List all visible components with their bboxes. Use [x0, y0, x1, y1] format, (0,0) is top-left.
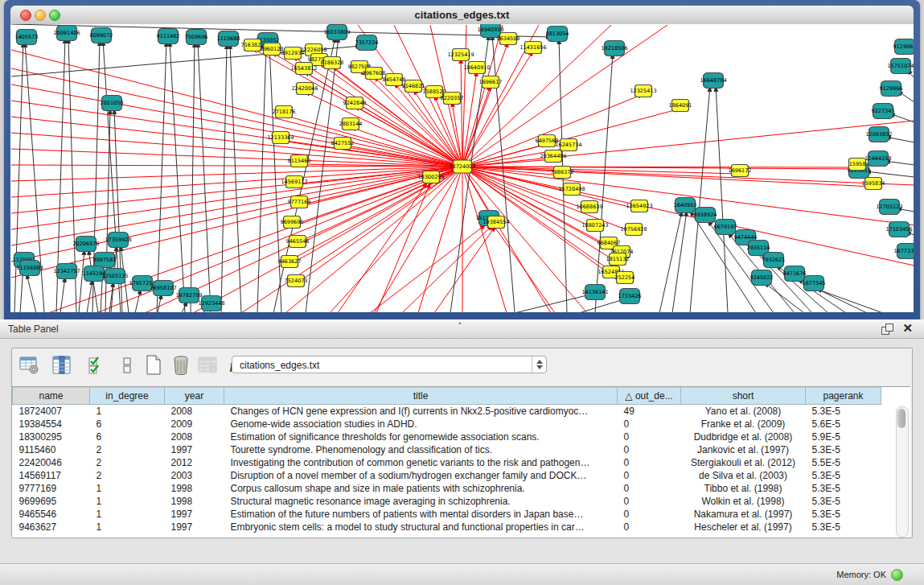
cell-title[interactable]: Changes of HCN gene expression and I(f) …: [224, 405, 618, 418]
cell-in_degree[interactable]: 1: [90, 508, 165, 521]
graph-node[interactable]: 8960128: [261, 43, 284, 56]
cell-out_de[interactable]: 0: [618, 431, 681, 443]
graph-node[interactable]: 8186328: [321, 57, 344, 69]
network-canvas[interactable]: 1405573200914068099072911146275096961115…: [10, 24, 914, 312]
column-header-short[interactable]: short: [681, 388, 806, 405]
graph-node[interactable]: 6679197: [714, 220, 737, 235]
graph-node[interactable]: 8220357: [441, 93, 464, 105]
graph-node[interactable]: 22420046: [291, 83, 318, 95]
cell-short[interactable]: Stergiakouli et al. (2012): [681, 456, 806, 469]
graph-node[interactable]: 8938924: [694, 208, 717, 223]
graph-node[interactable]: 12923448: [198, 296, 224, 311]
citation-graph[interactable]: 1405573200914068099072911146275096961115…: [10, 24, 914, 312]
cell-year[interactable]: 1997: [165, 443, 224, 456]
cell-name[interactable]: 9465546: [13, 508, 90, 521]
cell-pagerank[interactable]: 5.3E-5: [806, 508, 881, 521]
graph-node[interactable]: 1815132: [606, 253, 630, 266]
table-row[interactable]: 969969511998Structural magnetic resonanc…: [13, 495, 881, 508]
graph-node[interactable]: 12093832: [865, 127, 892, 142]
graph-node[interactable]: 1864091: [669, 100, 692, 112]
cell-short[interactable]: Wolkin et al. (1998): [681, 495, 806, 508]
graph-node[interactable]: 1405573: [15, 30, 39, 45]
window-titlebar[interactable]: citations_edges.txt: [10, 6, 914, 25]
cell-out_de[interactable]: 0: [618, 521, 681, 534]
graph-node[interactable]: 14136141: [581, 285, 608, 300]
cell-year[interactable]: 2009: [165, 418, 224, 431]
graph-node[interactable]: 9242848: [343, 97, 367, 109]
graph-node[interactable]: 8471676: [783, 266, 807, 282]
clear-selection-icon[interactable]: [117, 354, 139, 377]
splitter-grip-icon[interactable]: ▴: [458, 320, 465, 324]
column-header-in_degree[interactable]: in_degree: [90, 388, 165, 405]
graph-node[interactable]: 1677345: [803, 276, 826, 291]
graph-node[interactable]: 9129967: [893, 39, 914, 55]
cell-pagerank[interactable]: 5.3E-5: [806, 405, 881, 418]
graph-node[interactable]: 7932621: [762, 253, 786, 268]
cell-year[interactable]: 1997: [165, 508, 224, 521]
select-all-icon[interactable]: [86, 354, 109, 377]
cell-name[interactable]: 18724007: [13, 405, 90, 418]
graph-node[interactable]: 2051050: [101, 96, 124, 111]
cell-year[interactable]: 1998: [165, 482, 224, 495]
cell-pagerank[interactable]: 5.5E-5: [806, 456, 881, 469]
graph-node[interactable]: 1640953: [674, 198, 697, 213]
cell-short[interactable]: Hescheler et al. (1997): [681, 521, 806, 534]
cell-out_de[interactable]: 0: [618, 482, 681, 495]
cell-pagerank[interactable]: 5.3E-5: [806, 443, 881, 456]
graph-node[interactable]: 7509696: [185, 30, 208, 45]
column-header-out_de[interactable]: △ out_de...: [618, 388, 681, 405]
graph-node[interactable]: 1115688: [217, 31, 240, 47]
cell-name[interactable]: 18300295: [13, 431, 90, 443]
graph-node[interactable]: 9465546: [286, 236, 310, 248]
cell-name[interactable]: 9699695: [13, 495, 90, 508]
cell-name[interactable]: 9115460: [13, 443, 90, 456]
cell-short[interactable]: Tibbo et al. (1998): [681, 482, 806, 495]
graph-node[interactable]: 18724007: [449, 160, 475, 173]
cell-title[interactable]: Estimation of significance thresholds fo…: [224, 431, 618, 443]
cell-year[interactable]: 2008: [165, 405, 224, 418]
cell-short[interactable]: Jankovic et al. (1997): [681, 443, 806, 456]
cell-pagerank[interactable]: 5.3E-5: [806, 469, 881, 482]
cell-title[interactable]: Corpus callosum shape and size in male p…: [224, 482, 618, 495]
graph-node[interactable]: 12444158: [864, 151, 891, 167]
graph-node[interactable]: 9111462: [157, 29, 180, 44]
cell-year[interactable]: 1998: [165, 495, 224, 508]
cell-name[interactable]: 14569117: [13, 469, 90, 482]
cell-year[interactable]: 2012: [165, 456, 224, 469]
cell-in_degree[interactable]: 1: [90, 482, 165, 495]
graph-node[interactable]: 20206576: [72, 237, 99, 252]
graph-node[interactable]: 1696172: [729, 165, 752, 177]
cell-in_degree[interactable]: 6: [90, 431, 165, 443]
graph-node[interactable]: 252254: [615, 272, 635, 284]
graph-node[interactable]: 8427552: [331, 138, 355, 150]
graph-node[interactable]: 12325413: [630, 85, 656, 97]
graph-node[interactable]: 18640910: [463, 62, 490, 74]
graph-node[interactable]: 19218506: [601, 41, 627, 56]
trash-icon[interactable]: [170, 354, 192, 377]
table-row[interactable]: 946362711997Embryonic stem cells: a mode…: [13, 521, 881, 534]
cell-title[interactable]: Genome-wide association studies in ADHD.: [224, 418, 618, 431]
graph-node[interactable]: 15958: [849, 159, 866, 171]
table-row[interactable]: 946554611997Estimation of the future num…: [13, 508, 881, 521]
graph-node[interactable]: 16773345: [893, 244, 914, 259]
memory-status-indicator-icon[interactable]: [891, 569, 903, 581]
cell-title[interactable]: Tourette syndrome. Phenomenology and cla…: [224, 443, 618, 456]
graph-node[interactable]: 15751074: [887, 59, 914, 74]
cell-out_de[interactable]: 49: [618, 405, 681, 418]
graph-node[interactable]: 12342757: [53, 264, 80, 279]
cell-short[interactable]: de Silva et al. (2003): [681, 469, 806, 482]
graph-node[interactable]: 17359928: [105, 233, 131, 248]
cell-pagerank[interactable]: 5.3E-5: [806, 495, 881, 508]
new-file-icon[interactable]: [142, 354, 165, 377]
node-table[interactable]: namein_degreeyeartitle△ out_de...shortpa…: [12, 386, 910, 538]
cell-out_de[interactable]: 0: [618, 456, 681, 469]
cell-out_de[interactable]: 0: [618, 495, 681, 508]
cell-pagerank[interactable]: 5.9E-5: [806, 431, 881, 443]
column-select-icon[interactable]: [51, 354, 73, 377]
cell-pagerank[interactable]: 5.6E-5: [806, 418, 881, 431]
cell-out_de[interactable]: 0: [618, 443, 681, 456]
graph-node[interactable]: 17103456: [885, 222, 912, 237]
graph-node[interactable]: 9777169: [288, 196, 311, 208]
graph-node[interactable]: 15720498: [558, 183, 585, 196]
cell-pagerank[interactable]: 5.3E-5: [806, 521, 881, 534]
